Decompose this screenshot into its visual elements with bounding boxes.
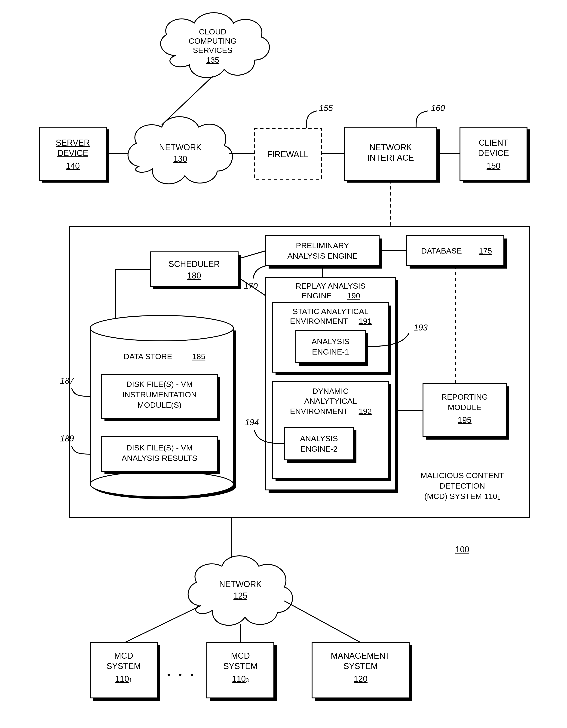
database-l1: DATABASE [421,246,462,255]
mcd3-l1: MCD [231,651,250,661]
ae2-l2: ENGINE-2 [300,444,338,453]
svg-rect-12 [150,252,238,287]
preliminary-analysis-engine: PRELIMINARY ANALYSIS ENGINE [266,236,382,269]
cloud-services-l2: COMPUTING [189,37,237,45]
server-l2: DEVICE [57,148,88,158]
prelim-l1: PRELIMINARY [296,241,349,250]
network-cloud-bottom: NETWORK 125 [188,556,293,625]
analysis-engine-2: ANALYSIS ENGINE-2 [284,428,356,463]
cloud-services-l3: SERVICES [193,46,232,55]
mgmt-l1: MANAGEMENT [331,651,390,661]
ds-ref: 185 [192,352,205,361]
scheduler-ref: 180 [187,271,201,280]
scheduler: SCHEDULER 180 [150,252,241,289]
callout-193: 193 [414,323,428,332]
network-top-ref: 130 [173,154,187,164]
ds-l1: DATA STORE [124,352,172,361]
callout-155: 155 [319,103,333,113]
prelim-l2: ANALYSIS ENGINE [287,251,358,260]
reporting-module: REPORTING MODULE 195 [423,384,509,440]
disk-files-instrumentation: DISK FILE(S) - VM INSTRUMENTATION MODULE… [102,374,220,421]
cloud-services-l1: CLOUD [199,27,226,36]
static-l2: ENVIRONMENT [290,317,348,325]
network-bot-l1: NETWORK [219,579,262,589]
callout-155-line [306,111,317,128]
svg-rect-18 [296,330,365,363]
client-l2: DEVICE [478,148,509,158]
management-system: MANAGEMENT SYSTEM 120 [312,642,412,701]
static-l1: STATIC ANALYTICAL [293,307,369,316]
mcd-system-2: MCD SYSTEM 1101 [90,642,160,701]
client-device: CLIENT DEVICE 150 [460,127,530,183]
mcd3-l2: SYSTEM [223,661,257,671]
disk2-l1: DISK FILE(S) - VM [126,443,193,452]
callout-160: 160 [431,103,445,113]
server-ref: 140 [66,161,80,171]
network-top-l1: NETWORK [159,143,202,152]
mcd-label-l2: DETECTION [440,481,485,490]
cloud-services-ref: 135 [206,55,219,64]
svg-point-29 [90,315,233,341]
firewall: FIREWALL [254,128,321,179]
replay-l1: REPLAY ANALYSIS [296,281,365,290]
callout-187: 187 [60,376,74,385]
callout-189: 189 [60,434,74,443]
mcd-label-l3: (MCD) SYSTEM 1101 [424,492,500,501]
network-cloud-top: NETWORK 130 [128,117,233,184]
svg-rect-8 [266,236,379,266]
server-device: SERVER DEVICE 140 [39,127,109,183]
mcd2-l1: MCD [114,651,133,661]
mcd-system-3: MCD SYSTEM 1103 [207,642,277,701]
diagram-root: CLOUD COMPUTING SERVICES 135 SERVER DEVI… [0,0,567,728]
figure-id: 100 [455,545,469,554]
svg-point-35 [179,674,181,676]
reporting-l1: REPORTING [441,392,488,401]
network-interface: NETWORK INTERFACE [344,127,440,183]
static-ref: 191 [359,317,372,325]
disk1-l3: MODULE(S) [138,401,182,409]
scheduler-l1: SCHEDULER [169,259,220,269]
iface-l2: INTERFACE [367,153,414,162]
dyn-l2: ANALYTYICAL [304,397,357,405]
client-l1: CLIENT [479,138,508,147]
reporting-ref: 195 [458,415,472,425]
database-ref: 175 [479,246,492,255]
dyn-ref: 192 [359,407,372,416]
reporting-l2: MODULE [448,403,481,412]
ae1-l1: ANALYSIS [312,337,349,346]
link-net-mgmt [284,601,361,642]
svg-point-28 [90,471,233,497]
mgmt-l2: SYSTEM [343,661,378,671]
client-ref: 150 [487,161,500,171]
link-net-mcd2 [125,606,201,642]
disk1-l1: DISK FILE(S) - VM [126,380,193,388]
svg-point-34 [168,674,170,676]
analysis-engine-1: ANALYSIS ENGINE-1 [296,330,368,366]
iface-l1: NETWORK [369,143,412,152]
mcd2-l2: SYSTEM [107,661,141,671]
disk1-l2: INSTRUMENTATION [122,390,197,399]
callout-160-line [416,111,428,127]
server-l1: SERVER [56,138,90,147]
disk2-l2: ANALYSIS RESULTS [122,454,197,462]
cloud-computing-services: CLOUD COMPUTING SERVICES 135 [161,13,270,78]
ae1-l2: ENGINE-1 [312,347,349,356]
firewall-l1: FIREWALL [267,150,309,159]
dyn-l1: DYNAMIC [313,387,349,395]
callout-194: 194 [245,418,259,427]
ellipsis-dots [168,674,193,676]
replay-ref: 190 [347,291,360,300]
svg-rect-22 [284,428,354,460]
mcd-label-l1: MALICIOUS CONTENT [421,471,504,480]
ae2-l1: ANALYSIS [300,434,338,443]
dyn-l3: ENVIRONMENT [290,407,348,416]
database: DATABASE 175 [407,236,507,269]
disk-files-analysis-results: DISK FILE(S) - VM ANALYSIS RESULTS [102,437,220,474]
network-bot-ref: 125 [233,591,247,600]
mgmt-ref: 120 [354,674,368,684]
replay-l2: ENGINE [302,291,332,300]
svg-point-36 [191,674,193,676]
